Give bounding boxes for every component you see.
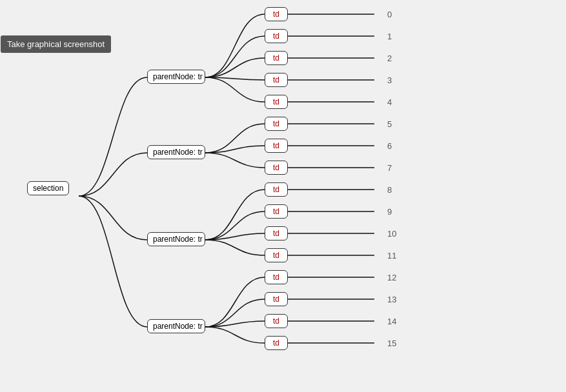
td-number-8: 8 [387,185,392,195]
td-number-12: 12 [387,273,396,282]
td-node-1: td [265,29,288,43]
td-node-15: td [265,336,288,350]
td-number-11: 11 [387,251,396,260]
td-node-6: td [265,139,288,153]
parent-node-1: parentNode: tr [147,145,205,159]
td-node-4: td [265,95,288,109]
td-number-3: 3 [387,75,392,85]
root-node: selection [27,181,69,195]
td-node-12: td [265,270,288,284]
td-number-15: 15 [387,338,396,348]
td-node-11: td [265,248,288,262]
td-number-6: 6 [387,141,392,151]
parent-node-2: parentNode: tr [147,232,205,246]
td-number-0: 0 [387,10,392,19]
td-node-9: td [265,204,288,219]
td-node-13: td [265,292,288,306]
td-number-4: 4 [387,97,392,107]
tree-container: selectionparentNode: trparentNode: trpar… [0,0,566,392]
td-number-10: 10 [387,229,396,239]
td-number-9: 9 [387,207,392,217]
td-node-3: td [265,73,288,87]
td-number-14: 14 [387,317,396,326]
td-node-14: td [265,314,288,328]
td-node-7: td [265,161,288,175]
td-number-1: 1 [387,32,392,41]
td-node-2: td [265,51,288,65]
td-node-10: td [265,226,288,240]
td-node-0: td [265,7,288,21]
take-screenshot-button[interactable]: Take graphical screenshot [1,35,111,53]
td-number-13: 13 [387,295,396,304]
td-number-2: 2 [387,54,392,63]
parent-node-0: parentNode: tr [147,70,205,84]
td-number-5: 5 [387,119,392,129]
td-node-8: td [265,182,288,197]
td-node-5: td [265,117,288,131]
td-number-7: 7 [387,163,392,173]
parent-node-3: parentNode: tr [147,319,205,333]
